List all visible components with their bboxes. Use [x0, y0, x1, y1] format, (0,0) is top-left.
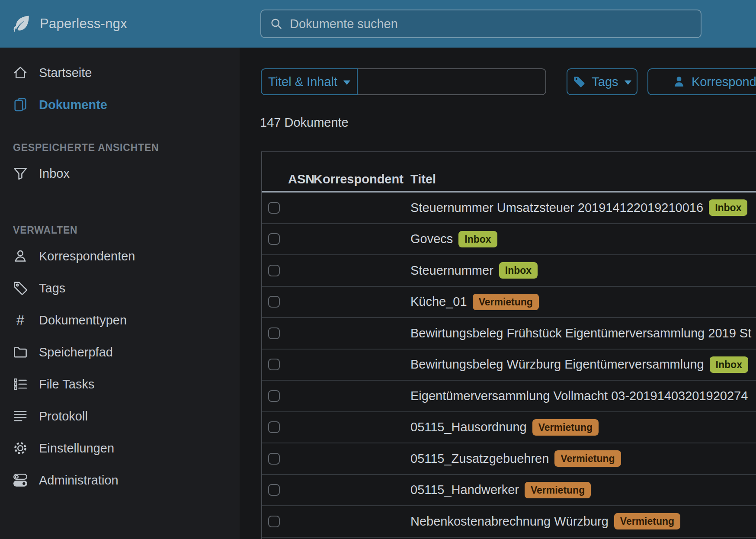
table-header-row: ASN Korrespondent Titel [262, 152, 756, 192]
row-checkbox[interactable] [268, 233, 280, 245]
person-icon [673, 75, 686, 88]
row-checkbox[interactable] [268, 421, 280, 433]
sidebar-item-label: Speicherpfad [39, 345, 113, 359]
tag-badge[interactable]: Vermietung [554, 450, 621, 467]
search-input[interactable] [289, 16, 692, 32]
row-checkbox[interactable] [268, 453, 280, 465]
table-row: Küche_01 Vermietung [262, 287, 756, 318]
sidebar-item-einstellungen[interactable]: Einstellungen [0, 432, 240, 464]
table-row: Bewirtungsbeleg Würzburg Eigentümerversa… [262, 350, 756, 381]
tag-container: Inbox [458, 231, 497, 247]
toggles-icon [13, 473, 28, 488]
tag-container: Vermietung [473, 294, 539, 310]
filter-field-label: Titel & Inhalt [268, 75, 337, 89]
documents-table: ASN Korrespondent Titel Steuernummer Ums… [261, 151, 756, 539]
sidebar-item-label: Startseite [39, 66, 92, 80]
sidebar-item-dokumente[interactable]: Dokumente [0, 89, 240, 121]
sidebar-item-dokumenttypen[interactable]: # Dokumenttypen [0, 304, 240, 336]
tag-container: Inbox [499, 262, 538, 279]
tag-container: Inbox [710, 356, 748, 373]
documents-page: Titel & Inhalt Tags Korrespondent 147 Do… [240, 48, 756, 539]
row-checkbox[interactable] [268, 359, 280, 370]
sidebar-item-inbox[interactable]: Inbox [0, 157, 240, 189]
document-title[interactable]: 05115_Handwerker [410, 483, 519, 497]
global-search [260, 10, 702, 38]
table-body: Steuernummer Umsatzsteuer 20191412201921… [262, 192, 756, 538]
sidebar-item-label: File Tasks [39, 377, 94, 391]
sidebar-item-label: Einstellungen [39, 441, 114, 456]
column-header-asn[interactable]: ASN [284, 172, 312, 191]
sidebar-section-saved-views: GESPEICHERTE ANSICHTEN [0, 141, 240, 154]
row-checkbox[interactable] [268, 484, 280, 496]
tag-container: Vermietung [532, 419, 599, 436]
column-header-korrespondent[interactable]: Korrespondent [312, 172, 405, 191]
sidebar-item-korrespondenten[interactable]: Korrespondenten [0, 240, 240, 272]
sidebar-item-administration[interactable]: Administration [0, 464, 240, 496]
row-checkbox[interactable] [268, 327, 280, 339]
row-checkbox[interactable] [268, 296, 280, 308]
app-brand[interactable]: Paperless-ngx [12, 0, 127, 48]
row-checkbox[interactable] [268, 265, 280, 276]
column-header-titel[interactable]: Titel [405, 172, 756, 191]
sidebar-item-startseite[interactable]: Startseite [0, 57, 240, 89]
tag-badge[interactable]: Vermietung [614, 513, 680, 529]
document-title[interactable]: Bewirtungsbeleg Würzburg Eigentümerversa… [410, 357, 704, 372]
tag-container: Inbox [709, 199, 747, 216]
table-row: Govecs Inbox [262, 224, 756, 256]
document-title[interactable]: Bewirtungsbeleg Frühstück Eigentümervers… [410, 326, 751, 340]
tag-icon [13, 281, 28, 295]
table-row: 05115_Handwerker Vermietung [262, 475, 756, 507]
table-row: Bewirtungsbeleg Frühstück Eigentümervers… [262, 318, 756, 350]
document-title[interactable]: Steuernummer Umsatzsteuer 20191412201921… [410, 201, 703, 215]
table-row: 05115_Zusatzgebuehren Vermietung [262, 443, 756, 475]
row-checkbox[interactable] [268, 390, 280, 402]
documents-icon [13, 97, 28, 112]
filter-field-dropdown[interactable]: Titel & Inhalt [261, 68, 358, 95]
app-title: Paperless-ngx [40, 16, 127, 32]
table-row: Steuernummer Inbox [262, 255, 756, 287]
tag-badge[interactable]: Inbox [710, 356, 748, 373]
tag-icon [573, 75, 586, 88]
tags-filter-dropdown[interactable]: Tags [567, 68, 637, 95]
sidebar-item-file-tasks[interactable]: File Tasks [0, 368, 240, 400]
row-checkbox[interactable] [268, 516, 280, 527]
document-title[interactable]: Govecs [410, 232, 453, 246]
row-checkbox[interactable] [268, 202, 280, 214]
document-title[interactable]: Küche_01 [410, 295, 467, 309]
tag-container: Vermietung [614, 513, 680, 529]
tag-badge[interactable]: Vermietung [473, 294, 539, 310]
tag-badge[interactable]: Vermietung [525, 482, 591, 498]
search-icon [270, 17, 283, 30]
leaf-logo-icon [12, 14, 32, 34]
document-title[interactable]: Nebenkostenabrechnung Würzburg [410, 514, 609, 529]
document-title[interactable]: Steuernummer [410, 263, 493, 278]
header-checkbox-cell [262, 186, 284, 191]
sidebar: Startseite Dokumente GESPEICHERTE ANSICH… [0, 48, 240, 539]
sidebar-item-protokoll[interactable]: Protokoll [0, 400, 240, 432]
sidebar-item-label: Administration [39, 473, 119, 488]
tag-badge[interactable]: Inbox [458, 231, 497, 247]
tag-badge[interactable]: Inbox [709, 199, 747, 216]
table-row: Nebenkostenabrechnung Würzburg Vermietun… [262, 506, 756, 538]
document-title[interactable]: Eigentümerversammlung Vollmacht 03-20191… [410, 389, 748, 403]
sidebar-item-tags[interactable]: Tags [0, 272, 240, 304]
correspondent-filter-dropdown[interactable]: Korrespondent [647, 68, 756, 95]
tags-filter-label: Tags [592, 75, 618, 89]
top-navbar: Paperless-ngx [0, 0, 756, 48]
document-title[interactable]: 05115_Zusatzgebuehren [410, 452, 549, 466]
checklist-icon [13, 377, 28, 391]
home-icon [13, 65, 28, 80]
folder-icon [13, 345, 28, 359]
text-lines-icon [13, 409, 28, 424]
sidebar-item-speicherpfad[interactable]: Speicherpfad [0, 336, 240, 368]
tag-badge[interactable]: Vermietung [532, 419, 599, 436]
filter-text-input[interactable] [358, 68, 546, 95]
sidebar-section-manage: VERWALTEN [0, 224, 240, 237]
document-title[interactable]: 05115_Hausordnung [410, 420, 527, 434]
document-count: 147 Dokumente [260, 116, 349, 130]
hash-icon: # [13, 313, 28, 327]
table-row: Eigentümerversammlung Vollmacht 03-20191… [262, 381, 756, 412]
tag-container: Vermietung [525, 482, 591, 498]
tag-badge[interactable]: Inbox [499, 262, 538, 279]
dropdown-caret-icon [625, 80, 631, 85]
